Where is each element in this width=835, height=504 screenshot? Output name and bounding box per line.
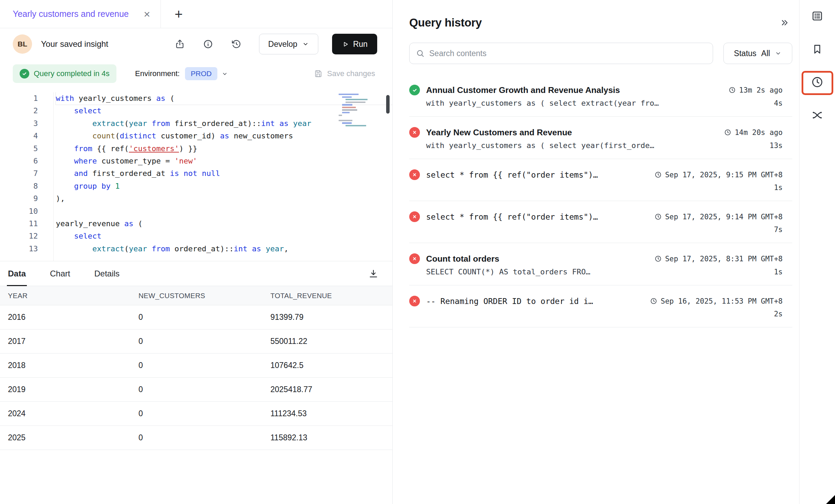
editor-scrollbar[interactable] <box>386 95 390 114</box>
results-tab-chart[interactable]: Chart <box>50 261 70 286</box>
check-circle-icon <box>20 69 29 78</box>
develop-button[interactable]: Develop <box>259 34 318 54</box>
history-icon[interactable] <box>228 36 245 52</box>
double-chevron-right-icon[interactable] <box>777 15 792 30</box>
code-line: count(distinct customer_id) as new_custo… <box>56 130 392 142</box>
history-item-timestamp: Sep 17, 2025, 9:14 PM GMT+8 <box>654 213 783 221</box>
table-cell: 2018 <box>8 361 138 370</box>
history-clock-icon[interactable] <box>810 74 825 90</box>
table-cell: 550011.22 <box>270 337 392 346</box>
table-cell: 107642.5 <box>270 361 392 370</box>
history-item-timestamp: Sep 17, 2025, 9:15 PM GMT+8 <box>654 171 783 179</box>
line-number: 8 <box>0 180 38 192</box>
results-tab-details[interactable]: Details <box>94 261 120 286</box>
query-status-pill: Query completed in 4s <box>13 64 116 83</box>
app-window: Yearly customers and revenue × + BL Your… <box>0 0 835 504</box>
table-cell: 2025418.77 <box>270 385 392 394</box>
download-icon[interactable] <box>368 269 379 279</box>
history-item[interactable]: Count total ordersSep 17, 2025, 8:31 PM … <box>409 243 792 285</box>
table-cell: 111234.53 <box>270 409 392 418</box>
run-label: Run <box>353 40 368 49</box>
line-number: 6 <box>0 155 38 167</box>
right-icon-rail <box>799 0 835 504</box>
history-item-duration: 1s <box>774 268 783 276</box>
status-filter-dropdown[interactable]: Status All <box>723 43 792 64</box>
plus-icon[interactable]: + <box>175 7 183 21</box>
clock-icon <box>654 255 662 262</box>
table-cell: 2017 <box>8 337 138 346</box>
editor-minimap <box>339 94 381 128</box>
history-item-duration: 1s <box>774 183 783 192</box>
line-number: 1 <box>0 92 38 105</box>
results-panel: DataChartDetails YEARNEW_CUSTOMERSTOTAL_… <box>0 261 392 450</box>
table-cell: 2024 <box>8 409 138 418</box>
query-history-list: Annual Customer Growth and Revenue Analy… <box>409 74 792 327</box>
code-line <box>56 205 392 218</box>
table-cell: 2025 <box>8 433 138 442</box>
bookmark-icon[interactable] <box>810 41 825 56</box>
error-circle-icon <box>409 253 420 264</box>
editor-gutter: 12345678910111213 <box>0 92 38 261</box>
line-number: 7 <box>0 167 38 180</box>
table-cell: 0 <box>138 313 270 322</box>
clock-icon <box>729 86 736 94</box>
history-item[interactable]: select * from {{ ref("order_items")…Sep … <box>409 159 792 201</box>
code-line: from {{ ref('customers') }} <box>56 143 392 155</box>
tab-yearly-customers-and-revenue[interactable]: Yearly customers and revenue × <box>0 0 161 28</box>
history-item-title: select * from {{ ref("order_items")… <box>426 212 648 221</box>
history-item[interactable]: select * from {{ ref("order_items")…Sep … <box>409 201 792 243</box>
history-item-duration: 4s <box>774 99 783 107</box>
table-row[interactable]: 20180107642.5 <box>0 354 392 378</box>
run-button[interactable]: Run <box>332 34 377 54</box>
line-number: 12 <box>0 230 38 242</box>
develop-label: Develop <box>268 40 297 49</box>
table-cell: 2019 <box>8 385 138 394</box>
status-filter-value: All <box>761 49 770 58</box>
environment-selector[interactable]: Environment: PROD <box>135 67 228 80</box>
table-row[interactable]: 20250115892.13 <box>0 426 392 450</box>
corner-artifact <box>826 495 835 504</box>
save-icon <box>314 69 323 78</box>
sql-editor[interactable]: 12345678910111213 with yearly_customers … <box>0 87 392 261</box>
history-item[interactable]: -- Renaming ORDER_ID to order_id i…Sep 1… <box>409 285 792 327</box>
query-status-text: Query completed in 4s <box>34 69 110 78</box>
results-table-body: 2016091399.7920170550011.2220180107642.5… <box>0 305 392 450</box>
line-number: 9 <box>0 192 38 205</box>
search-box <box>409 43 713 64</box>
lineage-icon[interactable] <box>810 107 825 123</box>
insight-title: Your saved insight <box>41 39 108 49</box>
tab-label: Yearly customers and revenue <box>13 9 144 19</box>
history-item[interactable]: Yearly New Customers and Revenue14m 20s … <box>409 117 792 159</box>
environment-badge: PROD <box>185 67 218 80</box>
table-row[interactable]: 2016091399.79 <box>0 305 392 329</box>
query-list-icon[interactable] <box>810 8 825 23</box>
line-number: 5 <box>0 143 38 155</box>
table-row[interactable]: 20170550011.22 <box>0 329 392 354</box>
close-icon[interactable]: × <box>144 9 150 20</box>
table-cell: 0 <box>138 409 270 418</box>
error-circle-icon <box>409 127 420 138</box>
history-item[interactable]: Annual Customer Growth and Revenue Analy… <box>409 74 792 117</box>
search-icon <box>416 49 425 58</box>
table-cell: 0 <box>138 385 270 394</box>
save-changes-button[interactable]: Save changes <box>314 69 375 78</box>
chevron-down-icon <box>302 41 309 48</box>
error-circle-icon <box>409 296 420 306</box>
history-item-duration: 7s <box>774 225 783 234</box>
clock-icon <box>650 297 657 305</box>
chevron-down-icon <box>775 50 782 57</box>
avatar: BL <box>13 34 32 54</box>
table-row[interactable]: 20240111234.53 <box>0 402 392 426</box>
results-tab-data[interactable]: Data <box>8 261 26 286</box>
info-icon[interactable] <box>200 36 216 52</box>
table-row[interactable]: 201902025418.77 <box>0 378 392 402</box>
play-icon <box>342 41 349 48</box>
history-item-timestamp: Sep 17, 2025, 8:31 PM GMT+8 <box>654 255 783 263</box>
error-circle-icon <box>409 169 420 180</box>
search-input[interactable] <box>429 49 707 58</box>
history-item-title: Yearly New Customers and Revenue <box>426 128 718 137</box>
editor-panel: Yearly customers and revenue × + BL Your… <box>0 0 393 504</box>
line-number: 13 <box>0 243 38 255</box>
share-icon[interactable] <box>172 36 188 52</box>
code-line: select <box>56 230 392 242</box>
